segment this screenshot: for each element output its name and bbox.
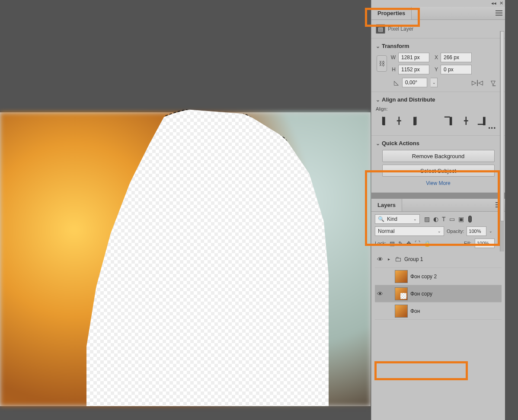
visibility-icon[interactable]: 👁 — [375, 290, 385, 297]
expand-icon[interactable]: ▸ — [388, 257, 392, 261]
y-input[interactable]: 0 px — [441, 65, 472, 74]
x-input[interactable]: 266 px — [441, 53, 472, 62]
align-hcenter-icon[interactable]: ╋ — [397, 117, 401, 125]
layer-name: Group 1 — [404, 256, 423, 262]
chevron-down-icon: ⌄ — [438, 229, 441, 233]
properties-scrollbar[interactable] — [500, 31, 504, 251]
filter-shape-icon[interactable]: ▭ — [449, 216, 455, 223]
angle-input[interactable]: 0,00° — [402, 78, 427, 87]
layer-row-selected[interactable]: 👁 Фон copy — [375, 285, 502, 302]
link-wh-icon[interactable]: ⛓ — [377, 55, 387, 72]
filter-pixel-icon[interactable]: ▨ — [424, 216, 430, 223]
visibility-icon[interactable]: 👁 — [375, 273, 385, 280]
layers-body: 🔍 Kind ⌄ ▨ ◐ T ▭ ▣ Normal ⌄ Opacity: 100… — [371, 212, 505, 321]
y-label: Y — [432, 67, 438, 73]
align-section: Align and Distribute Align: ▕▌ ╋ ▐▏ ▔▌ ╋… — [371, 92, 505, 136]
height-input[interactable]: 1152 px — [398, 65, 429, 74]
filter-toggle[interactable] — [468, 216, 472, 223]
align-bottom-icon[interactable]: ▁▌ — [478, 117, 488, 125]
filter-kind-label: Kind — [387, 216, 397, 222]
layer-type-section: ▨ Pixel Layer — [371, 20, 505, 38]
scrollbar-thumb[interactable] — [500, 31, 504, 221]
layer-name: Фон copy — [410, 291, 432, 297]
chevron-down-icon: ⌄ — [413, 217, 417, 221]
align-top-icon[interactable]: ▔▌ — [444, 117, 454, 125]
angle-dropdown[interactable]: ⌄ — [431, 78, 438, 87]
more-dots-icon[interactable]: ••• — [376, 125, 501, 131]
opacity-label: Opacity: — [447, 229, 464, 234]
fill-label: Fill: — [464, 241, 471, 246]
layer-row-group[interactable]: 👁 ▸ 🗀 Group 1 — [375, 251, 502, 268]
visibility-icon[interactable]: 👁 — [375, 308, 385, 315]
visibility-icon[interactable]: 👁 — [375, 256, 385, 263]
layer-name: Фон — [410, 308, 420, 314]
layer-list: 👁 ▸ 🗀 Group 1 👁 Фон copy 2 👁 Фон copy 👁 — [375, 251, 502, 320]
layers-tabbar: Layers — [371, 199, 505, 212]
layer-row[interactable]: 👁 Фон copy 2 — [375, 268, 502, 285]
layer-thumb — [395, 270, 408, 283]
right-panel: ◂◂ ✕ Properties ▨ Pixel Layer Transform … — [371, 0, 505, 420]
align-header[interactable]: Align and Distribute — [376, 96, 501, 103]
lock-move-icon[interactable]: ✥ — [406, 240, 411, 247]
layer-thumb — [395, 287, 408, 300]
folder-icon: 🗀 — [395, 255, 402, 263]
angle-icon: ◿ — [394, 79, 399, 86]
tab-properties[interactable]: Properties — [371, 7, 412, 19]
fill-input[interactable]: 100% — [475, 239, 495, 248]
remove-background-button[interactable]: Remove Background — [382, 150, 495, 162]
lock-all-icon[interactable]: 🔒 — [424, 240, 431, 247]
select-subject-button[interactable]: Select Subject — [382, 165, 495, 177]
opacity-input[interactable]: 100% — [467, 226, 486, 236]
align-sublabel: Align: — [376, 106, 501, 111]
chevron-down-icon[interactable]: ⌄ — [489, 229, 492, 233]
transform-header[interactable]: Transform — [376, 43, 501, 49]
x-label: X — [432, 54, 438, 60]
collapse-icon[interactable]: ◂◂ — [491, 0, 496, 6]
filter-smart-icon[interactable]: ▣ — [458, 216, 464, 223]
width-input[interactable]: 1281 px — [398, 53, 429, 62]
tab-layers[interactable]: Layers — [371, 199, 402, 211]
panel-divider — [371, 193, 505, 199]
layer-thumb — [395, 305, 408, 318]
search-icon: 🔍 — [378, 216, 384, 222]
h-label: H — [390, 67, 396, 73]
flip-vertical-icon[interactable]: ▽̲ — [491, 79, 496, 86]
quick-actions-header[interactable]: Quick Actions — [376, 140, 501, 146]
layer-name: Фон copy 2 — [410, 274, 437, 280]
lock-transparent-icon[interactable]: ▨ — [390, 240, 395, 247]
canvas-area[interactable] — [0, 112, 371, 406]
blend-mode-label: Normal — [378, 228, 395, 234]
align-right-icon[interactable]: ▐▏ — [411, 117, 421, 125]
pixel-layer-icon: ▨ — [376, 24, 385, 34]
flip-horizontal-icon[interactable]: ▷|◁ — [472, 79, 483, 86]
filter-type-icon[interactable]: T — [442, 216, 446, 223]
w-label: W — [390, 54, 396, 60]
lock-brush-icon[interactable]: ✎ — [398, 240, 403, 247]
panel-menu-icon[interactable] — [496, 10, 502, 16]
blend-mode-dropdown[interactable]: Normal ⌄ — [375, 226, 444, 236]
properties-tabbar: Properties — [371, 7, 505, 20]
filter-adjust-icon[interactable]: ◐ — [433, 216, 438, 223]
lock-artboard-icon[interactable]: ⛶ — [415, 240, 420, 247]
quick-actions-section: Quick Actions Remove Background Select S… — [371, 136, 505, 193]
lock-label: Lock: — [375, 241, 386, 246]
close-icon[interactable]: ✕ — [499, 0, 503, 6]
layer-row[interactable]: 👁 Фон — [375, 302, 502, 320]
layer-type-label: Pixel Layer — [388, 26, 413, 32]
filter-kind-dropdown[interactable]: 🔍 Kind ⌄ — [375, 214, 420, 224]
view-more-link[interactable]: View More — [376, 180, 501, 186]
align-left-icon[interactable]: ▕▌ — [377, 117, 387, 125]
align-vcenter-icon[interactable]: ╋ — [464, 117, 468, 125]
transform-section: Transform ⛓ W 1281 px X 266 px H 1152 px… — [371, 38, 505, 92]
